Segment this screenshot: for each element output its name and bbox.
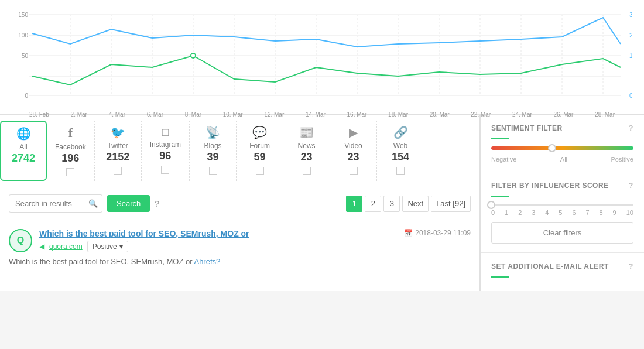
source-item-blogs[interactable]: 📡 Blogs 39 bbox=[190, 121, 237, 181]
source-item-video[interactable]: ▶ Video 23 bbox=[330, 121, 377, 181]
source-label-forum: Forum bbox=[249, 142, 270, 150]
svg-text:0k: 0k bbox=[629, 93, 632, 99]
source-item-instagram[interactable]: ◻ Instagram 96 bbox=[142, 121, 190, 181]
twitter-icon: 🐦 bbox=[111, 125, 125, 139]
excerpt-text: Which is the best paid tool for SEO, SEM… bbox=[9, 257, 193, 266]
source-count-all: 2742 bbox=[12, 152, 35, 165]
influencer-help-icon[interactable]: ? bbox=[629, 181, 633, 190]
source-count-instagram: 96 bbox=[159, 150, 171, 162]
source-count-news: 23 bbox=[301, 151, 313, 163]
svg-text:0: 0 bbox=[25, 93, 28, 99]
sentiment-dropdown[interactable]: Positive ▾ bbox=[87, 241, 128, 252]
source-item-forum[interactable]: 💬 Forum 59 bbox=[237, 121, 283, 181]
svg-text:50: 50 bbox=[22, 53, 29, 59]
source-checkbox-twitter[interactable] bbox=[114, 167, 122, 175]
source-count-twitter: 2152 bbox=[106, 151, 129, 163]
chart-svg: 150 100 50 0 300k 200k 100k 0k bbox=[12, 9, 632, 108]
x-label: 6. Mar bbox=[147, 111, 163, 118]
chevron-down-icon: ▾ bbox=[119, 242, 123, 251]
source-item-facebook[interactable]: f Facebook 196 bbox=[47, 121, 95, 181]
result-title-link[interactable]: Which is the best paid tool for SEO, SEM… bbox=[39, 229, 249, 238]
page-button-1[interactable]: 1 bbox=[346, 196, 362, 212]
source-label-twitter: Twitter bbox=[108, 142, 128, 150]
search-button[interactable]: Search bbox=[107, 195, 150, 212]
email-help-icon[interactable]: ? bbox=[629, 262, 633, 271]
source-checkbox-web[interactable] bbox=[396, 167, 405, 175]
x-axis-labels: 28. Feb 2. Mar 4. Mar 6. Mar 8. Mar 10. … bbox=[12, 110, 632, 118]
inf-label-4: 4 bbox=[545, 209, 549, 216]
chart-wrapper: 150 100 50 0 300k 200k 100k 0k 28. Feb 2 bbox=[12, 9, 632, 108]
source-checkbox-blogs[interactable] bbox=[209, 167, 217, 175]
forum-icon: 💬 bbox=[252, 125, 267, 139]
source-checkbox-forum[interactable] bbox=[256, 167, 264, 175]
svg-text:100: 100 bbox=[18, 32, 28, 39]
source-label-all: All bbox=[19, 143, 27, 151]
x-label: 10. Mar bbox=[223, 111, 243, 118]
date-text: 2018-03-29 11:09 bbox=[415, 229, 471, 237]
source-filter-row: 🌐 All 2742 f Facebook 196 🐦 Twitter 2152 bbox=[0, 115, 479, 187]
pagination: 1 2 3 Next Last [92] bbox=[346, 196, 471, 212]
result-link[interactable]: Ahrefs? bbox=[194, 257, 220, 266]
svg-text:300k: 300k bbox=[629, 12, 632, 18]
x-label: 26. Mar bbox=[553, 111, 573, 118]
source-count-facebook: 196 bbox=[61, 152, 79, 165]
sentiment-all-label: All bbox=[560, 156, 567, 163]
source-item-news[interactable]: 📰 News 23 bbox=[283, 121, 330, 181]
last-button[interactable]: Last [92] bbox=[431, 196, 471, 212]
x-label: 2. Mar bbox=[71, 111, 87, 118]
x-label: 20. Mar bbox=[430, 111, 450, 118]
inf-label-7: 7 bbox=[585, 209, 589, 216]
result-source-link[interactable]: quora.com bbox=[49, 242, 83, 251]
video-icon: ▶ bbox=[349, 125, 358, 139]
influencer-slider-thumb[interactable] bbox=[487, 201, 495, 209]
sentiment-negative-label: Negative bbox=[491, 156, 516, 163]
search-bar: 🔍 Search ? 1 2 3 Next Last [92] bbox=[0, 187, 479, 220]
source-checkbox-facebook[interactable] bbox=[66, 168, 74, 176]
result-title-area: Which is the best paid tool for SEO, SEM… bbox=[39, 229, 397, 252]
sentiment-help-icon[interactable]: ? bbox=[629, 124, 633, 132]
sentiment-slider-track[interactable] bbox=[491, 146, 633, 150]
source-checkbox-news[interactable] bbox=[303, 167, 311, 175]
search-help-icon[interactable]: ? bbox=[155, 199, 159, 208]
source-item-all[interactable]: 🌐 All 2742 bbox=[0, 121, 47, 181]
source-checkbox-video[interactable] bbox=[350, 167, 358, 175]
page-button-2[interactable]: 2 bbox=[365, 196, 381, 212]
source-count-web: 154 bbox=[392, 151, 409, 163]
page-button-3[interactable]: 3 bbox=[383, 196, 400, 212]
inf-label-1: 1 bbox=[505, 209, 508, 216]
source-item-twitter[interactable]: 🐦 Twitter 2152 bbox=[95, 121, 142, 181]
source-item-web[interactable]: 🔗 Web 154 bbox=[377, 121, 424, 181]
next-button[interactable]: Next bbox=[402, 196, 429, 212]
search-magnifier-icon[interactable]: 🔍 bbox=[88, 199, 98, 208]
sentiment-filter-title: SENTIMENT FILTER ? bbox=[491, 124, 633, 132]
x-label: 28. Mar bbox=[595, 111, 615, 118]
sentiment-labels: Negative All Positive bbox=[491, 156, 633, 163]
result-date: 📅 2018-03-29 11:09 bbox=[404, 229, 471, 237]
influencer-filter-title: FILTER BY INFLUENCER SCORE ? bbox=[491, 181, 633, 190]
source-checkbox-instagram[interactable] bbox=[161, 166, 169, 174]
inf-label-8: 8 bbox=[600, 209, 603, 216]
sentiment-underline bbox=[491, 138, 509, 139]
search-input-wrapper: 🔍 bbox=[9, 194, 102, 213]
rss-icon: 📡 bbox=[205, 125, 220, 139]
source-label-news: News bbox=[298, 142, 316, 150]
x-label: 24. Mar bbox=[512, 111, 532, 118]
result-meta: ◀ quora.com Positive ▾ bbox=[39, 241, 397, 252]
sentiment-slider-thumb[interactable] bbox=[548, 144, 556, 152]
sentiment-label: Positive bbox=[93, 242, 117, 251]
quora-icon: Q bbox=[17, 235, 24, 246]
influencer-slider-track[interactable] bbox=[491, 204, 633, 206]
inf-label-9: 9 bbox=[613, 209, 616, 216]
influencer-filter-label: FILTER BY INFLUENCER SCORE bbox=[491, 182, 609, 190]
news-icon: 📰 bbox=[299, 125, 314, 139]
source-brand-icon: ◀ bbox=[39, 242, 44, 251]
x-label: 4. Mar bbox=[109, 111, 125, 118]
instagram-icon: ◻ bbox=[161, 125, 170, 138]
x-label: 14. Mar bbox=[306, 111, 326, 118]
svg-text:150: 150 bbox=[18, 12, 28, 18]
email-alert-title: SET ADDITIONAL E-MAIL ALERT ? bbox=[491, 262, 633, 271]
source-count-video: 23 bbox=[348, 151, 359, 163]
source-label-web: Web bbox=[393, 142, 407, 150]
inf-label-0: 0 bbox=[491, 209, 495, 216]
clear-filters-button[interactable]: Clear filters bbox=[491, 222, 633, 244]
